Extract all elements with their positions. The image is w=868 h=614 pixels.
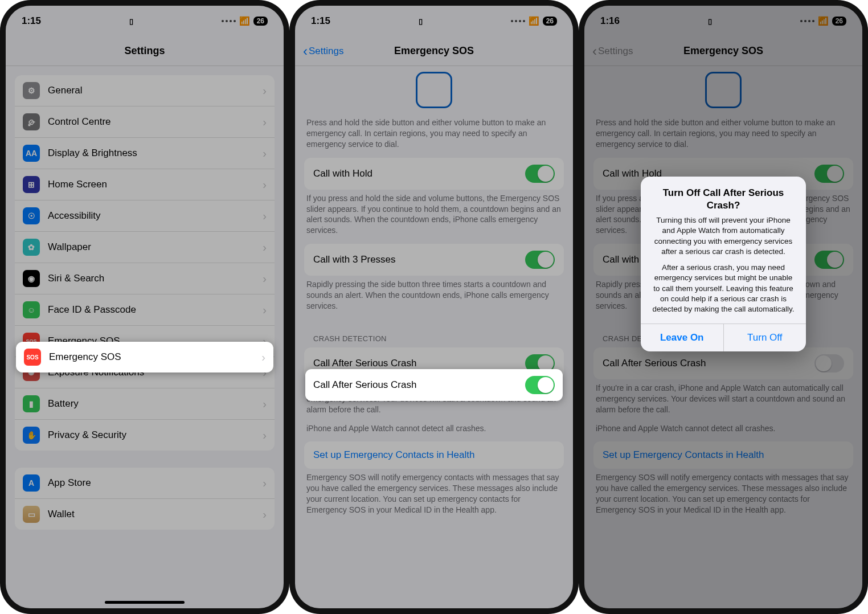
back-label: Settings [309, 46, 343, 57]
signal-icon [800, 20, 814, 22]
screen-sos: 1:15 ▯ 📶 26 ‹ Settings Emergency SOS Pre… [295, 6, 573, 608]
alert-title: Turn Off Call After Serious Crash? [651, 187, 796, 212]
alert-p1: Turning this off will prevent your iPhon… [654, 216, 792, 256]
settings-row-accessibility[interactable]: ☉Accessibility› [15, 200, 275, 232]
chevron-right-icon: › [263, 398, 267, 411]
chevron-right-icon: › [263, 147, 267, 160]
alert-p2: After a serious crash, you may need emer… [651, 263, 796, 314]
settings-row-faceid[interactable]: ☺Face ID & Passcode› [15, 294, 275, 326]
toggle-call-hold[interactable] [814, 165, 844, 183]
footer-desc: Emergency SOS will notify emergency cont… [295, 469, 573, 523]
signal-icon [222, 20, 236, 22]
settings-row-gear[interactable]: ⚙︎General› [15, 75, 275, 107]
setup-contacts-link[interactable]: Set up Emergency Contacts in Health [304, 441, 564, 469]
settings-row-display[interactable]: AADisplay & Brightness› [15, 138, 275, 169]
chevron-right-icon: › [263, 84, 267, 97]
status-right: 📶 26 [222, 16, 268, 26]
link-label: Set up Emergency Contacts in Health [603, 449, 764, 460]
status-right: 📶 26 [800, 16, 846, 26]
row-label: Emergency SOS [49, 351, 261, 363]
row-label: Accessibility [48, 210, 255, 222]
call-with-hold-row[interactable]: Call with Hold [304, 158, 564, 190]
settings-row-appstore[interactable]: AApp Store› [15, 468, 275, 499]
settings-row-control[interactable]: ⌮Control Centre› [15, 107, 275, 138]
card-icon: ▯ [708, 17, 712, 26]
row-label: Face ID & Passcode [48, 304, 255, 316]
row-label: App Store [48, 477, 255, 489]
privacy-icon: ✋ [23, 427, 40, 444]
settings-row-battery[interactable]: ▮Battery› [15, 388, 275, 420]
status-bar: 1:15 ▯ 📶 26 [6, 6, 284, 36]
alert-buttons: Leave On Turn Off [641, 324, 806, 351]
phone-illustration [416, 72, 452, 108]
chevron-right-icon: › [263, 116, 267, 129]
highlighted-crash-row[interactable]: Call After Serious Crash [305, 369, 563, 401]
wallpaper-icon: ✿ [23, 239, 40, 256]
link-label: Set up Emergency Contacts in Health [313, 449, 474, 460]
content: ⚙︎General›⌮Control Centre›AADisplay & Br… [6, 66, 284, 608]
status-time: 1:15 [22, 15, 41, 27]
hold-description: Press and hold the side button and eithe… [584, 114, 862, 158]
nav-title: Emergency SOS [394, 45, 474, 57]
leave-on-button[interactable]: Leave On [641, 324, 724, 351]
battery-badge: 26 [832, 17, 846, 26]
wallet-icon: ▭ [23, 506, 40, 523]
alert-message: Turning this off will prevent your iPhon… [651, 215, 796, 314]
chevron-left-icon: ‹ [303, 46, 308, 56]
cell-label: Call with Hold [313, 168, 372, 179]
screen-settings: 1:15 ▯ 📶 26 Settings ⚙︎General›⌮Control … [6, 6, 284, 608]
chevron-right-icon: › [263, 304, 267, 317]
settings-row-home[interactable]: ⊞Home Screen› [15, 169, 275, 200]
toggle-crash[interactable] [814, 354, 844, 373]
turn-off-button[interactable]: Turn Off [724, 324, 806, 351]
settings-group-1: ⚙︎General›⌮Control Centre›AADisplay & Br… [15, 75, 275, 451]
cell-label: Call with 3 Presses [313, 254, 396, 265]
control-icon: ⌮ [23, 113, 40, 130]
chevron-right-icon: › [263, 477, 267, 490]
phone-illustration [705, 72, 742, 108]
settings-row-wallet[interactable]: ▭Wallet› [15, 499, 275, 530]
wifi-icon: 📶 [529, 16, 539, 26]
row-label: Home Screen [48, 179, 255, 190]
back-button[interactable]: ‹ Settings [592, 46, 633, 57]
toggle-crash-hl[interactable] [525, 376, 555, 394]
row-label: Display & Brightness [48, 148, 255, 159]
settings-row-wallpaper[interactable]: ✿Wallpaper› [15, 232, 275, 263]
chevron-right-icon: › [263, 272, 267, 285]
chevron-right-icon: › [263, 241, 267, 254]
nav-title: Settings [124, 45, 165, 57]
alert-dialog: Turn Off Call After Serious Crash? Turni… [641, 177, 806, 351]
card-icon: ▯ [419, 17, 423, 26]
row-label: Privacy & Security [48, 429, 255, 441]
cell-label: Call After Serious Crash [313, 358, 416, 369]
battery-badge: 26 [253, 17, 268, 26]
crash-desc: If you're in a car crash, iPhone and App… [584, 379, 862, 423]
wifi-icon: 📶 [818, 16, 829, 26]
cell-label: Call After Serious Crash [603, 358, 706, 369]
home-indicator [105, 601, 185, 604]
toggle-call-3[interactable] [814, 251, 844, 269]
setup-contacts-link[interactable]: Set up Emergency Contacts in Health [593, 441, 853, 469]
chevron-left-icon: ‹ [592, 46, 597, 56]
status-right: 📶 26 [511, 16, 557, 26]
navbar: ‹ Settings Emergency SOS [584, 36, 862, 66]
settings-row-siri[interactable]: ◉Siri & Search› [15, 263, 275, 294]
section-crash-detection: CRASH DETECTION [295, 320, 573, 347]
wifi-icon: 📶 [239, 16, 250, 26]
highlighted-row-emergency-sos[interactable]: SOS Emergency SOS › [16, 342, 273, 373]
card-icon: ▯ [129, 17, 133, 26]
home-icon: ⊞ [23, 176, 40, 193]
status-time: 1:16 [600, 15, 620, 27]
hold-description: Press and hold the side button and eithe… [295, 114, 573, 158]
faceid-icon: ☺ [23, 301, 40, 318]
back-button[interactable]: ‹ Settings [303, 46, 343, 57]
toggle-call-hold[interactable] [525, 165, 555, 183]
nav-title: Emergency SOS [683, 45, 763, 57]
status-time: 1:15 [311, 15, 330, 27]
call-3-presses-row[interactable]: Call with 3 Presses [304, 244, 564, 276]
toggle-call-3[interactable] [525, 251, 555, 269]
crash-row[interactable]: Call After Serious Crash [593, 347, 853, 379]
content: Press and hold the side button and eithe… [295, 66, 573, 608]
settings-row-privacy[interactable]: ✋Privacy & Security› [15, 420, 275, 451]
appstore-icon: A [23, 474, 40, 492]
